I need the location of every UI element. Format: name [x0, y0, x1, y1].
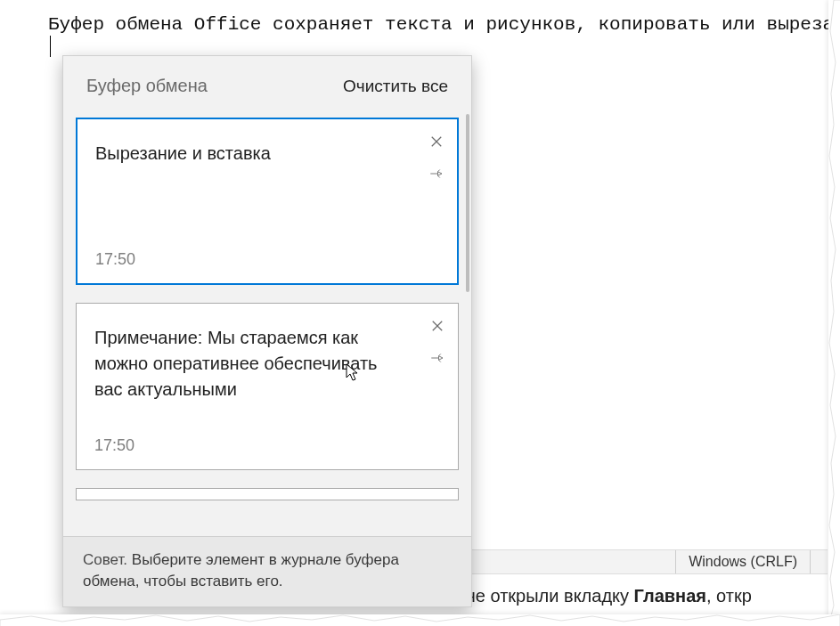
torn-edge-right: [828, 0, 840, 626]
status-encoding-label: Windows (CRLF): [689, 554, 797, 570]
clipboard-item-time: 17:50: [95, 250, 135, 269]
tip-label: Совет.: [83, 551, 127, 568]
clear-all-button[interactable]: Очистить все: [343, 77, 448, 96]
clipboard-header: Буфер обмена Очистить все: [63, 56, 471, 109]
text-cursor: [50, 36, 51, 57]
clipboard-tip: Совет. Выберите элемент в журнале буфера…: [63, 536, 471, 606]
clipboard-title: Буфер обмена: [86, 76, 208, 96]
pin-icon[interactable]: [428, 166, 444, 182]
clipboard-items-list[interactable]: Вырезание и вставка 17:50 Примечание: Мы…: [63, 109, 471, 536]
close-icon[interactable]: [429, 318, 445, 334]
clipboard-item-text: Вырезание и вставка: [95, 141, 409, 167]
clipboard-item-actions: [429, 318, 445, 366]
bottom-text-bold: Главная: [634, 586, 706, 606]
clipboard-item-time: 17:50: [94, 436, 135, 455]
close-icon[interactable]: [428, 134, 444, 150]
clipboard-item[interactable]: Вырезание и вставка 17:50: [76, 118, 459, 285]
clipboard-item-peek[interactable]: [76, 488, 459, 500]
status-encoding[interactable]: Windows (CRLF): [675, 550, 810, 573]
clipboard-item[interactable]: Примечание: Мы стараемся как можно опера…: [76, 303, 459, 470]
clipboard-item-text: Примечание: Мы стараемся как можно опера…: [94, 325, 410, 402]
status-edge: [810, 550, 820, 573]
torn-edge-bottom: [0, 614, 840, 626]
scrollbar-thumb[interactable]: [466, 114, 469, 292]
tip-text: Выберите элемент в журнале буфера обмена…: [83, 551, 399, 589]
document-line: Буфер обмена Office сохраняет текста и р…: [48, 14, 828, 35]
clipboard-item-actions: [428, 134, 444, 182]
status-bar: Windows (CRLF): [469, 549, 828, 574]
clipboard-history-popup: Буфер обмена Очистить все Вырезание и вс…: [62, 55, 472, 607]
bottom-text-part2: , откр: [706, 586, 752, 606]
pin-icon[interactable]: [429, 350, 445, 366]
